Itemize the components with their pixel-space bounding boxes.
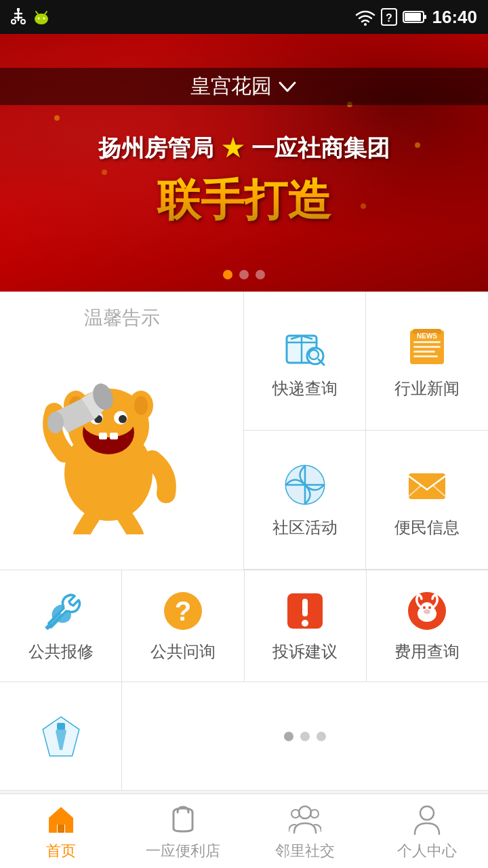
- banner: 扬州房管局 ★ 一应社商集团 联手打造 皇宫花园: [0, 34, 488, 292]
- question-box-icon: ?: [381, 8, 397, 26]
- svg-line-6: [36, 12, 38, 14]
- svg-point-56: [428, 606, 431, 609]
- section-top: 温馨告示: [0, 292, 488, 570]
- svg-rect-12: [405, 13, 421, 21]
- banner-line1: 扬州房管局 ★ 一应社商集团: [98, 133, 390, 164]
- chevron-down-icon: [277, 80, 298, 94]
- svg-point-32: [309, 350, 319, 359]
- svg-text:?: ?: [175, 596, 191, 626]
- svg-text:?: ?: [386, 12, 392, 24]
- svg-rect-61: [57, 723, 65, 730]
- svg-rect-39: [413, 351, 435, 353]
- svg-point-5: [43, 18, 45, 20]
- express-query-cell[interactable]: 快递查询: [244, 292, 366, 431]
- svg-point-0: [12, 20, 16, 24]
- status-left-icons: [11, 8, 50, 26]
- usb-icon: [11, 8, 26, 26]
- services-section: 公共报修 ? 公共问询 投诉建议: [0, 570, 488, 682]
- community-activity-cell[interactable]: 社区活动: [244, 431, 366, 570]
- fee-query-label: 费用查询: [394, 641, 460, 663]
- svg-point-1: [21, 20, 25, 24]
- exclamation-icon: [283, 589, 327, 633]
- svg-text:NEWS: NEWS: [417, 332, 437, 340]
- svg-rect-27: [110, 433, 118, 439]
- svg-point-4: [38, 18, 40, 20]
- public-inquiry-label: 公共问询: [150, 641, 216, 663]
- complaint-label: 投诉建议: [272, 641, 338, 663]
- svg-rect-38: [413, 346, 441, 348]
- bottom-navigation: 首页 一应便利店 邻里社交: [0, 793, 488, 868]
- nav-home[interactable]: 首页: [0, 794, 122, 868]
- header-title[interactable]: 皇宫花园: [190, 73, 298, 100]
- svg-point-51: [302, 620, 308, 627]
- store-icon: [167, 803, 199, 835]
- android-icon: [33, 8, 50, 26]
- diamond-tie-icon: [39, 715, 83, 758]
- convenience-info-cell[interactable]: 便民信息: [366, 431, 488, 570]
- svg-rect-26: [99, 433, 107, 439]
- warm-notice: 温馨告示: [0, 292, 244, 570]
- svg-point-63: [299, 806, 311, 818]
- banner-dot-3[interactable]: [256, 270, 265, 279]
- svg-rect-37: [413, 341, 441, 343]
- goat-circle-icon: [405, 589, 449, 633]
- home-icon: [45, 803, 77, 835]
- community-activity-label: 社区活动: [272, 517, 338, 538]
- person-nav-icon-wrap: [409, 802, 445, 837]
- nav-neighbor-social[interactable]: 邻里社交: [244, 794, 366, 868]
- basketball-icon: [281, 461, 329, 509]
- nav-neighbor-social-label: 邻里社交: [275, 841, 335, 861]
- banner-text: 扬州房管局 ★ 一应社商集团 联手打造: [98, 96, 390, 230]
- status-bar: ? 16:40: [0, 0, 488, 34]
- envelope-icon: [403, 461, 451, 509]
- svg-rect-62: [58, 825, 64, 833]
- svg-rect-2: [17, 8, 20, 11]
- public-inquiry-cell[interactable]: ? 公共问询: [122, 570, 244, 682]
- pager-dot-3[interactable]: [317, 732, 326, 741]
- pagination-dots: [122, 682, 488, 790]
- svg-point-25: [119, 415, 127, 423]
- svg-line-7: [45, 12, 47, 14]
- section-bottom-row: [0, 682, 488, 791]
- nav-personal-center[interactable]: 个人中心: [366, 794, 488, 868]
- banner-line2: 联手打造: [98, 171, 390, 230]
- public-repair-label: 公共报修: [28, 641, 94, 663]
- svg-rect-40: [413, 355, 438, 357]
- pager-dot-2[interactable]: [300, 732, 310, 741]
- industry-news-cell[interactable]: NEWS 行业新闻: [366, 292, 488, 431]
- svg-point-57: [424, 610, 430, 614]
- nav-convenience-store[interactable]: 一应便利店: [122, 794, 244, 868]
- home-nav-icon-wrap: [43, 802, 79, 837]
- person-icon: [411, 803, 443, 835]
- public-repair-cell[interactable]: 公共报修: [0, 570, 122, 682]
- complaint-cell[interactable]: 投诉建议: [245, 570, 367, 682]
- battery-icon: [403, 9, 427, 24]
- header[interactable]: 皇宫花园: [0, 68, 488, 105]
- location-name: 皇宫花园: [190, 73, 272, 100]
- svg-point-28: [47, 412, 64, 433]
- nav-convenience-store-label: 一应便利店: [146, 841, 220, 861]
- property-cell[interactable]: [0, 682, 122, 790]
- box-search-icon: [281, 322, 329, 370]
- people-nav-icon-wrap: [287, 802, 323, 837]
- banner-pagination: [223, 270, 265, 279]
- wrench-icon: [39, 589, 83, 633]
- banner-star: ★: [222, 134, 243, 163]
- svg-point-55: [423, 606, 426, 609]
- fee-query-cell[interactable]: 费用查询: [367, 570, 488, 682]
- nav-personal-center-label: 个人中心: [397, 841, 457, 861]
- svg-point-19: [134, 396, 148, 415]
- banner-dot-2[interactable]: [239, 270, 249, 279]
- status-right-icons: ? 16:40: [355, 7, 478, 28]
- svg-rect-50: [302, 599, 308, 616]
- mascot-character: [27, 338, 217, 534]
- time-display: 16:40: [432, 7, 478, 28]
- store-nav-icon-wrap: [165, 802, 201, 837]
- pager-dot-1[interactable]: [284, 732, 293, 741]
- banner-dot-1[interactable]: [223, 270, 232, 279]
- wifi-icon: [355, 8, 375, 26]
- svg-point-8: [364, 23, 367, 26]
- svg-rect-13: [424, 15, 426, 19]
- svg-point-66: [420, 806, 434, 820]
- question-circle-icon: ?: [161, 589, 205, 633]
